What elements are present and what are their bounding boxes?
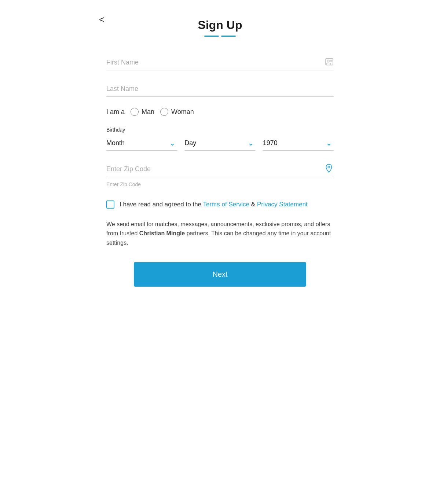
zip-input-wrapper: [106, 162, 334, 177]
birthday-section: Birthday Month January February March Ap…: [106, 127, 334, 151]
title-underline: [106, 36, 334, 37]
gender-woman-radio[interactable]: [160, 108, 168, 116]
gender-man-label: Man: [142, 108, 154, 116]
location-pin-icon: [324, 163, 334, 175]
gender-man-radio[interactable]: [131, 108, 139, 116]
zip-section: Enter Zip Code: [106, 162, 334, 189]
birthday-dropdowns: Month January February March April May J…: [106, 136, 334, 151]
privacy-statement-link[interactable]: Privacy Statement: [257, 201, 308, 208]
contact-card-icon: [325, 58, 334, 68]
terms-of-service-link[interactable]: Terms of Service: [203, 201, 249, 208]
last-name-input[interactable]: [106, 81, 334, 97]
year-dropdown-wrapper: 1970 1969196819671966 1965196419631962 1…: [263, 136, 334, 151]
next-button[interactable]: Next: [134, 262, 306, 287]
page-title: Sign Up: [106, 18, 334, 32]
zip-hint: Enter Zip Code: [106, 180, 334, 189]
first-name-input[interactable]: [106, 55, 334, 70]
first-name-field: [106, 55, 334, 70]
gender-man-group: Man: [131, 108, 154, 116]
day-dropdown-wrapper: Day 12345 678910 1112131415 1617181920 2…: [184, 136, 255, 151]
birthday-label: Birthday: [106, 127, 334, 133]
zip-input[interactable]: [106, 162, 334, 177]
last-name-field: [106, 81, 334, 97]
month-select[interactable]: Month January February March April May J…: [106, 136, 177, 150]
terms-row: I have read and agreed to the Terms of S…: [106, 200, 334, 209]
gender-woman-label: Woman: [171, 108, 194, 116]
terms-text: I have read and agreed to the Terms of S…: [120, 200, 308, 209]
svg-point-4: [328, 166, 330, 168]
terms-checkbox[interactable]: [106, 201, 114, 209]
month-dropdown-wrapper: Month January February March April May J…: [106, 136, 177, 151]
svg-point-1: [327, 60, 329, 62]
gender-label: I am a: [106, 108, 125, 116]
back-button[interactable]: <: [99, 15, 104, 24]
day-select[interactable]: Day 12345 678910 1112131415 1617181920 2…: [184, 136, 255, 150]
year-select[interactable]: 1970 1969196819671966 1965196419631962 1…: [263, 136, 334, 150]
gender-woman-group: Woman: [160, 108, 194, 116]
email-notice: We send email for matches, messages, ann…: [106, 220, 334, 248]
gender-row: I am a Man Woman: [106, 108, 334, 116]
